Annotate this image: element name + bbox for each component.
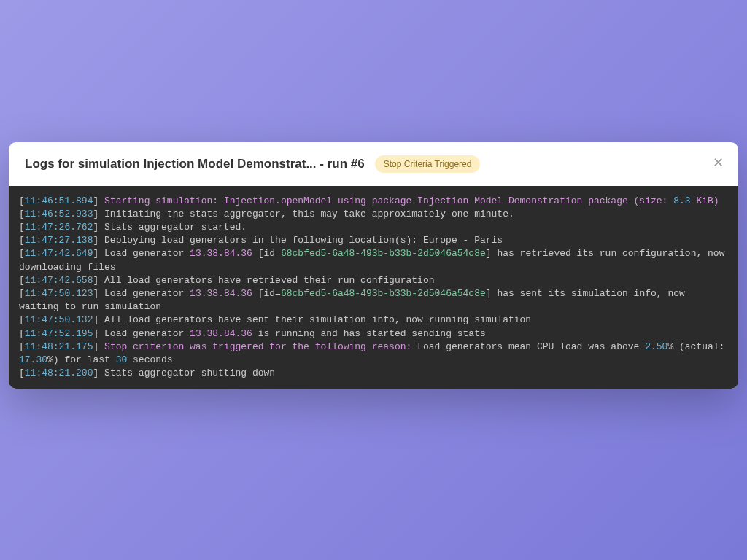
log-timestamp: 11:47:50.123: [25, 288, 93, 299]
bracket-open: [: [19, 209, 25, 219]
log-fragment: [id=: [252, 288, 281, 299]
logs-modal: Logs for simulation Injection Model Demo…: [9, 142, 738, 389]
log-fragment: 30: [116, 354, 128, 365]
log-timestamp: 11:47:26.762: [25, 222, 93, 233]
title-sim-name: Injection Model Demonstrat...: [143, 157, 316, 171]
log-fragment: 17.30: [19, 354, 47, 365]
bracket-open: [: [19, 195, 25, 206]
log-fragment: KiB): [691, 195, 719, 206]
bracket-open: [: [19, 222, 25, 233]
log-fragment: Initiating the stats aggregator, this ma…: [104, 209, 514, 219]
log-fragment: Stats aggregator started.: [104, 222, 247, 233]
bracket-close: ]: [93, 209, 104, 219]
bracket-close: ]: [93, 248, 104, 259]
log-fragment: 13.38.84.36: [190, 248, 252, 259]
bracket-open: [: [19, 341, 25, 352]
log-line: [11:47:50.123] Load generator 13.38.84.3…: [19, 287, 728, 314]
log-fragment: 2.50: [645, 341, 667, 352]
log-line: [11:47:26.762] Stats aggregator started.: [19, 221, 728, 234]
log-line: [11:46:52.933] Initiating the stats aggr…: [19, 208, 728, 221]
close-button[interactable]: ✕: [709, 154, 727, 171]
bracket-close: ]: [93, 222, 104, 233]
log-fragment: Stats aggregator shutting down: [104, 368, 275, 378]
log-fragment: Load generator: [104, 288, 190, 299]
close-icon: ✕: [713, 155, 724, 171]
bracket-open: [: [19, 328, 25, 339]
bracket-close: ]: [93, 235, 104, 246]
log-fragment: Load generator: [104, 248, 190, 259]
log-fragment: seconds: [127, 354, 172, 365]
log-timestamp: 11:47:42.649: [25, 248, 93, 259]
log-timestamp: 11:46:52.933: [25, 209, 93, 219]
log-fragment: %) for last: [47, 354, 116, 365]
bracket-open: [: [19, 314, 25, 325]
log-fragment: 13.38.84.36: [190, 328, 252, 339]
bracket-open: [: [19, 235, 25, 246]
log-line: [11:48:21.200] Stats aggregator shutting…: [19, 367, 728, 380]
log-fragment: All load generators have sent their simu…: [104, 314, 531, 325]
log-line: [11:47:27.138] Deploying load generators…: [19, 234, 728, 247]
log-line: [11:47:42.649] Load generator 13.38.84.3…: [19, 247, 728, 273]
status-badge: Stop Criteria Triggered: [375, 155, 481, 173]
title-prefix: Logs for simulation: [25, 157, 140, 171]
log-fragment: 68cbfed5-6a48-493b-b33b-2d5046a54c8e: [281, 248, 486, 259]
bracket-close: ]: [93, 341, 104, 352]
modal-title: Logs for simulation Injection Model Demo…: [25, 157, 365, 171]
modal-header: Logs for simulation Injection Model Demo…: [9, 142, 738, 186]
bracket-close: ]: [93, 288, 104, 299]
bracket-close: ]: [93, 275, 104, 286]
log-line: [11:48:21.175] Stop criterion was trigge…: [19, 341, 728, 367]
bracket-close: ]: [93, 328, 104, 339]
log-timestamp: 11:47:27.138: [25, 235, 93, 246]
log-fragment: Load generator: [104, 328, 190, 339]
log-output[interactable]: [11:46:51.894] Starting simulation: Inje…: [9, 186, 738, 389]
log-fragment: All load generators have retrieved their…: [104, 275, 434, 286]
log-line: [11:47:50.132] All load generators have …: [19, 314, 728, 327]
log-timestamp: 11:47:52.195: [25, 328, 93, 339]
log-line: [11:46:51.894] Starting simulation: Inje…: [19, 195, 728, 208]
log-fragment: 8.3: [673, 195, 690, 206]
log-timestamp: 11:47:42.658: [25, 275, 93, 286]
log-fragment: [id=: [252, 248, 281, 259]
bracket-open: [: [19, 248, 25, 259]
log-timestamp: 11:48:21.200: [25, 368, 93, 378]
bracket-close: ]: [93, 314, 104, 325]
log-fragment: Deploying load generators in the followi…: [104, 235, 503, 246]
log-timestamp: 11:48:21.175: [25, 341, 93, 352]
log-timestamp: 11:46:51.894: [25, 195, 93, 206]
log-line: [11:47:42.658] All load generators have …: [19, 274, 728, 287]
bracket-open: [: [19, 275, 25, 286]
log-fragment: % (actual:: [667, 341, 730, 352]
log-fragment: is running and has started sending stats: [252, 328, 486, 339]
bracket-open: [: [19, 288, 25, 299]
title-run: - run #6: [320, 157, 364, 171]
bracket-close: ]: [93, 195, 104, 206]
bracket-open: [: [19, 368, 25, 378]
log-fragment: Load generators mean CPU load was above: [417, 341, 645, 352]
log-fragment: Starting simulation: Injection.openModel…: [104, 195, 673, 206]
bracket-close: ]: [93, 368, 104, 378]
log-fragment: 13.38.84.36: [190, 288, 252, 299]
log-fragment: Stop criterion was triggered for the fol…: [104, 341, 417, 352]
log-line: [11:47:52.195] Load generator 13.38.84.3…: [19, 327, 728, 341]
log-timestamp: 11:47:50.132: [25, 314, 93, 325]
log-fragment: 68cbfed5-6a48-493b-b33b-2d5046a54c8e: [281, 288, 486, 299]
